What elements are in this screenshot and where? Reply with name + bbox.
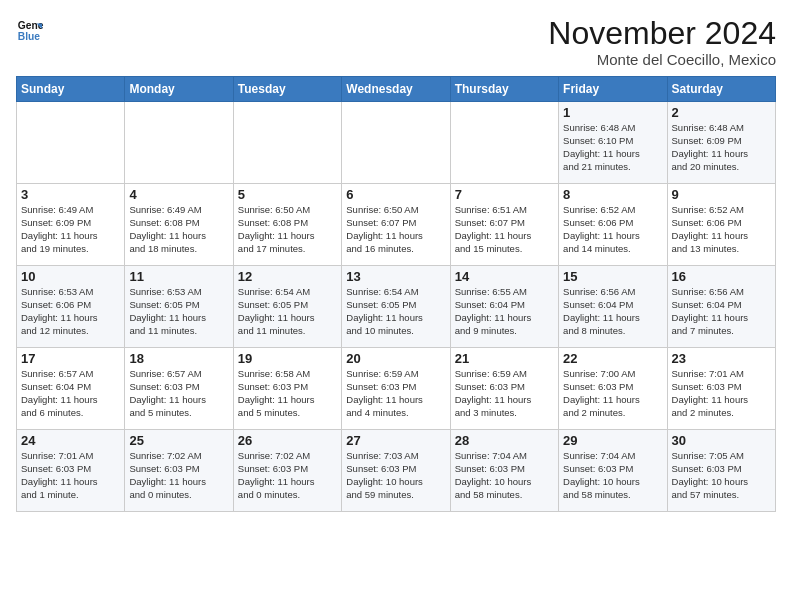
- col-header-wednesday: Wednesday: [342, 77, 450, 102]
- day-info: Sunrise: 7:04 AM Sunset: 6:03 PM Dayligh…: [563, 450, 662, 501]
- day-number: 16: [672, 269, 771, 284]
- day-info: Sunrise: 6:50 AM Sunset: 6:08 PM Dayligh…: [238, 204, 337, 255]
- day-info: Sunrise: 6:56 AM Sunset: 6:04 PM Dayligh…: [672, 286, 771, 337]
- day-info: Sunrise: 7:02 AM Sunset: 6:03 PM Dayligh…: [129, 450, 228, 501]
- calendar-cell: 24Sunrise: 7:01 AM Sunset: 6:03 PM Dayli…: [17, 430, 125, 512]
- day-number: 6: [346, 187, 445, 202]
- calendar-cell: [17, 102, 125, 184]
- day-number: 13: [346, 269, 445, 284]
- day-number: 11: [129, 269, 228, 284]
- calendar-cell: 27Sunrise: 7:03 AM Sunset: 6:03 PM Dayli…: [342, 430, 450, 512]
- day-number: 20: [346, 351, 445, 366]
- calendar-cell: 6Sunrise: 6:50 AM Sunset: 6:07 PM Daylig…: [342, 184, 450, 266]
- logo-icon: General Blue: [16, 16, 44, 44]
- col-header-monday: Monday: [125, 77, 233, 102]
- day-number: 10: [21, 269, 120, 284]
- calendar-table: SundayMondayTuesdayWednesdayThursdayFrid…: [16, 76, 776, 512]
- day-number: 3: [21, 187, 120, 202]
- day-number: 28: [455, 433, 554, 448]
- day-number: 23: [672, 351, 771, 366]
- day-number: 17: [21, 351, 120, 366]
- calendar-cell: 10Sunrise: 6:53 AM Sunset: 6:06 PM Dayli…: [17, 266, 125, 348]
- calendar-cell: 14Sunrise: 6:55 AM Sunset: 6:04 PM Dayli…: [450, 266, 558, 348]
- day-info: Sunrise: 7:01 AM Sunset: 6:03 PM Dayligh…: [672, 368, 771, 419]
- calendar-header-row: SundayMondayTuesdayWednesdayThursdayFrid…: [17, 77, 776, 102]
- day-number: 14: [455, 269, 554, 284]
- svg-text:Blue: Blue: [18, 31, 41, 42]
- calendar-cell: 18Sunrise: 6:57 AM Sunset: 6:03 PM Dayli…: [125, 348, 233, 430]
- day-number: 8: [563, 187, 662, 202]
- calendar-cell: 1Sunrise: 6:48 AM Sunset: 6:10 PM Daylig…: [559, 102, 667, 184]
- day-info: Sunrise: 6:48 AM Sunset: 6:09 PM Dayligh…: [672, 122, 771, 173]
- page-header: General Blue November 2024 Monte del Coe…: [16, 16, 776, 68]
- col-header-thursday: Thursday: [450, 77, 558, 102]
- day-info: Sunrise: 6:54 AM Sunset: 6:05 PM Dayligh…: [346, 286, 445, 337]
- day-info: Sunrise: 6:53 AM Sunset: 6:05 PM Dayligh…: [129, 286, 228, 337]
- day-number: 18: [129, 351, 228, 366]
- day-info: Sunrise: 6:57 AM Sunset: 6:04 PM Dayligh…: [21, 368, 120, 419]
- day-number: 7: [455, 187, 554, 202]
- calendar-cell: 25Sunrise: 7:02 AM Sunset: 6:03 PM Dayli…: [125, 430, 233, 512]
- day-number: 27: [346, 433, 445, 448]
- calendar-cell: 9Sunrise: 6:52 AM Sunset: 6:06 PM Daylig…: [667, 184, 775, 266]
- calendar-cell: 17Sunrise: 6:57 AM Sunset: 6:04 PM Dayli…: [17, 348, 125, 430]
- calendar-cell: 13Sunrise: 6:54 AM Sunset: 6:05 PM Dayli…: [342, 266, 450, 348]
- calendar-cell: 5Sunrise: 6:50 AM Sunset: 6:08 PM Daylig…: [233, 184, 341, 266]
- day-info: Sunrise: 6:49 AM Sunset: 6:08 PM Dayligh…: [129, 204, 228, 255]
- col-header-sunday: Sunday: [17, 77, 125, 102]
- day-number: 5: [238, 187, 337, 202]
- day-info: Sunrise: 6:51 AM Sunset: 6:07 PM Dayligh…: [455, 204, 554, 255]
- calendar-week-1: 1Sunrise: 6:48 AM Sunset: 6:10 PM Daylig…: [17, 102, 776, 184]
- day-info: Sunrise: 6:59 AM Sunset: 6:03 PM Dayligh…: [455, 368, 554, 419]
- calendar-cell: [125, 102, 233, 184]
- day-number: 30: [672, 433, 771, 448]
- calendar-week-5: 24Sunrise: 7:01 AM Sunset: 6:03 PM Dayli…: [17, 430, 776, 512]
- calendar-week-3: 10Sunrise: 6:53 AM Sunset: 6:06 PM Dayli…: [17, 266, 776, 348]
- day-info: Sunrise: 6:57 AM Sunset: 6:03 PM Dayligh…: [129, 368, 228, 419]
- day-number: 12: [238, 269, 337, 284]
- day-info: Sunrise: 7:01 AM Sunset: 6:03 PM Dayligh…: [21, 450, 120, 501]
- day-number: 4: [129, 187, 228, 202]
- day-info: Sunrise: 6:48 AM Sunset: 6:10 PM Dayligh…: [563, 122, 662, 173]
- day-info: Sunrise: 7:02 AM Sunset: 6:03 PM Dayligh…: [238, 450, 337, 501]
- day-number: 2: [672, 105, 771, 120]
- calendar-cell: 20Sunrise: 6:59 AM Sunset: 6:03 PM Dayli…: [342, 348, 450, 430]
- day-number: 19: [238, 351, 337, 366]
- calendar-cell: 29Sunrise: 7:04 AM Sunset: 6:03 PM Dayli…: [559, 430, 667, 512]
- day-number: 24: [21, 433, 120, 448]
- title-block: November 2024 Monte del Coecillo, Mexico: [548, 16, 776, 68]
- day-info: Sunrise: 6:59 AM Sunset: 6:03 PM Dayligh…: [346, 368, 445, 419]
- day-number: 26: [238, 433, 337, 448]
- calendar-week-4: 17Sunrise: 6:57 AM Sunset: 6:04 PM Dayli…: [17, 348, 776, 430]
- calendar-cell: 11Sunrise: 6:53 AM Sunset: 6:05 PM Dayli…: [125, 266, 233, 348]
- calendar-cell: 23Sunrise: 7:01 AM Sunset: 6:03 PM Dayli…: [667, 348, 775, 430]
- calendar-cell: [342, 102, 450, 184]
- calendar-cell: 16Sunrise: 6:56 AM Sunset: 6:04 PM Dayli…: [667, 266, 775, 348]
- day-number: 22: [563, 351, 662, 366]
- calendar-cell: 26Sunrise: 7:02 AM Sunset: 6:03 PM Dayli…: [233, 430, 341, 512]
- day-info: Sunrise: 6:49 AM Sunset: 6:09 PM Dayligh…: [21, 204, 120, 255]
- page-subtitle: Monte del Coecillo, Mexico: [548, 51, 776, 68]
- calendar-cell: 28Sunrise: 7:04 AM Sunset: 6:03 PM Dayli…: [450, 430, 558, 512]
- col-header-saturday: Saturday: [667, 77, 775, 102]
- logo: General Blue: [16, 16, 44, 44]
- day-number: 1: [563, 105, 662, 120]
- day-info: Sunrise: 6:53 AM Sunset: 6:06 PM Dayligh…: [21, 286, 120, 337]
- calendar-cell: 3Sunrise: 6:49 AM Sunset: 6:09 PM Daylig…: [17, 184, 125, 266]
- col-header-friday: Friday: [559, 77, 667, 102]
- calendar-cell: 22Sunrise: 7:00 AM Sunset: 6:03 PM Dayli…: [559, 348, 667, 430]
- calendar-cell: 21Sunrise: 6:59 AM Sunset: 6:03 PM Dayli…: [450, 348, 558, 430]
- day-number: 21: [455, 351, 554, 366]
- calendar-cell: 12Sunrise: 6:54 AM Sunset: 6:05 PM Dayli…: [233, 266, 341, 348]
- calendar-cell: 7Sunrise: 6:51 AM Sunset: 6:07 PM Daylig…: [450, 184, 558, 266]
- day-info: Sunrise: 7:03 AM Sunset: 6:03 PM Dayligh…: [346, 450, 445, 501]
- calendar-cell: [233, 102, 341, 184]
- calendar-cell: 8Sunrise: 6:52 AM Sunset: 6:06 PM Daylig…: [559, 184, 667, 266]
- calendar-cell: 4Sunrise: 6:49 AM Sunset: 6:08 PM Daylig…: [125, 184, 233, 266]
- calendar-cell: 2Sunrise: 6:48 AM Sunset: 6:09 PM Daylig…: [667, 102, 775, 184]
- day-info: Sunrise: 6:52 AM Sunset: 6:06 PM Dayligh…: [563, 204, 662, 255]
- day-info: Sunrise: 6:52 AM Sunset: 6:06 PM Dayligh…: [672, 204, 771, 255]
- day-number: 25: [129, 433, 228, 448]
- day-info: Sunrise: 7:00 AM Sunset: 6:03 PM Dayligh…: [563, 368, 662, 419]
- calendar-week-2: 3Sunrise: 6:49 AM Sunset: 6:09 PM Daylig…: [17, 184, 776, 266]
